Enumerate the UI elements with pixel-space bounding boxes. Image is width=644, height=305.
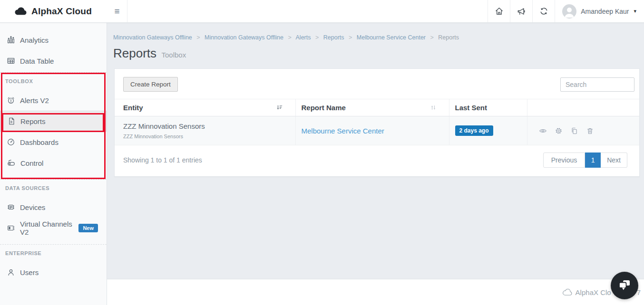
breadcrumb-current: Reports xyxy=(438,34,459,41)
sidebar-item-label: Reports xyxy=(20,117,46,125)
page-subtitle-text: Toolbox xyxy=(162,51,186,59)
column-header-entity[interactable]: Entity xyxy=(115,99,295,116)
column-header-actions xyxy=(527,99,639,116)
reports-card: Create Report Entity xyxy=(114,68,640,177)
sidebar-item-label: Dashboards xyxy=(20,138,59,146)
sidebar-item-label: Control xyxy=(20,159,43,167)
home-icon xyxy=(495,7,504,16)
copy-icon[interactable] xyxy=(570,127,578,135)
home-button[interactable] xyxy=(488,0,510,22)
sort-both-icon xyxy=(430,104,443,111)
sidebar-item-alerts-v2[interactable]: Alerts V2 xyxy=(0,90,107,111)
entity-subtitle: ZZZ Minnovation Sensors xyxy=(123,133,290,139)
row-actions-cell xyxy=(527,116,639,145)
page-title: Reports Toolbox xyxy=(113,46,640,61)
chat-icon xyxy=(617,278,632,293)
sidebar: Analytics Data Table TOOLBOX Alerts V2 R… xyxy=(0,23,107,305)
sort-desc-icon xyxy=(276,104,290,111)
sidebar-item-reports[interactable]: Reports xyxy=(0,111,107,132)
alarm-clock-icon xyxy=(7,96,15,105)
entity-cell: ZZZ Minnovation Sensors ZZZ Minnovation … xyxy=(115,116,295,145)
toggle-icon xyxy=(7,159,16,167)
section-header: TOOLBOX xyxy=(0,78,107,90)
user-icon xyxy=(7,268,15,276)
breadcrumb-separator: > xyxy=(430,34,434,41)
entries-info: Showing 1 to 1 of 1 entries xyxy=(123,156,202,164)
breadcrumb-separator: > xyxy=(349,34,352,41)
column-header-report-name[interactable]: Report Name xyxy=(295,99,449,116)
reports-table: Entity Report Name xyxy=(115,99,639,145)
breadcrumb-separator: > xyxy=(196,34,200,41)
column-header-last-sent[interactable]: Last Sent xyxy=(449,99,527,116)
sidebar-item-users[interactable]: Users xyxy=(0,262,107,283)
sidebar-item-label: Analytics xyxy=(20,36,49,44)
sidebar-item-label: Alerts V2 xyxy=(20,96,49,105)
bar-chart-icon xyxy=(7,36,15,44)
breadcrumb-link[interactable]: Melbourne Service Center xyxy=(357,34,426,41)
sidebar-item-label: Users xyxy=(20,268,39,276)
top-bar: AlphaX Cloud ≡ Amandeep Kaur ▾ xyxy=(0,0,644,23)
new-badge: New xyxy=(78,224,98,232)
create-report-button[interactable]: Create Report xyxy=(123,77,178,92)
next-page-button[interactable]: Next xyxy=(601,152,627,168)
card-footer: Showing 1 to 1 of 1 entries Previous 1 N… xyxy=(115,145,639,176)
user-name: Amandeep Kaur xyxy=(581,8,629,15)
panel-icon xyxy=(7,224,15,232)
chevron-down-icon: ▾ xyxy=(634,8,636,14)
trash-icon[interactable] xyxy=(586,127,594,135)
breadcrumb-link[interactable]: Minnovation Gateways Offline xyxy=(205,34,283,41)
announcements-button[interactable] xyxy=(510,0,532,22)
chat-launcher-button[interactable] xyxy=(611,272,638,299)
last-sent-cell: 2 days ago xyxy=(449,116,527,145)
breadcrumb-separator: > xyxy=(315,34,319,41)
sidebar-section-toolbox: TOOLBOX Alerts V2 Reports Dashboards xyxy=(0,72,107,173)
table-icon xyxy=(7,57,15,65)
gauge-icon xyxy=(7,138,15,146)
megaphone-icon xyxy=(517,7,526,16)
section-header: ENTERPRISE xyxy=(0,250,107,262)
report-name-link[interactable]: Melbourne Service Center xyxy=(302,127,384,135)
main-content: Minnovation Gateways Offline > Minnovati… xyxy=(107,23,644,279)
sidebar-item-control[interactable]: Control xyxy=(0,152,107,173)
refresh-button[interactable] xyxy=(532,0,555,22)
sidebar-item-virtual-channels-v2[interactable]: Virtual Channels V2 New xyxy=(0,218,107,238)
section-header: DATA SOURCES xyxy=(0,185,107,197)
sidebar-item-label: Virtual Channels V2 xyxy=(20,220,74,236)
avatar xyxy=(562,4,576,19)
user-menu[interactable]: Amandeep Kaur ▾ xyxy=(555,0,644,22)
brand-logo[interactable]: AlphaX Cloud xyxy=(0,0,107,22)
previous-page-button[interactable]: Previous xyxy=(543,152,585,168)
hamburger-icon[interactable]: ≡ xyxy=(107,0,127,22)
report-name-cell: Melbourne Service Center xyxy=(295,116,449,145)
sidebar-item-label: Data Table xyxy=(20,57,54,65)
gear-icon[interactable] xyxy=(555,127,563,135)
cloud-outline-icon xyxy=(562,289,573,296)
breadcrumb-separator: > xyxy=(288,34,291,41)
breadcrumb-link[interactable]: Alerts xyxy=(296,34,311,41)
page-title-text: Reports xyxy=(113,46,156,60)
file-report-icon xyxy=(7,117,16,125)
search-input[interactable] xyxy=(560,77,634,92)
sidebar-section-enterprise: ENTERPRISE Users xyxy=(0,244,107,283)
column-header-label: Last Sent xyxy=(455,104,488,112)
sidebar-item-data-table[interactable]: Data Table xyxy=(0,50,107,71)
eye-icon[interactable] xyxy=(539,127,547,135)
breadcrumb-link[interactable]: Reports xyxy=(323,34,344,41)
sidebar-item-analytics[interactable]: Analytics xyxy=(0,29,107,50)
current-page-button[interactable]: 1 xyxy=(585,152,601,168)
cloud-logo-icon xyxy=(14,7,27,16)
sidebar-item-dashboards[interactable]: Dashboards xyxy=(0,132,107,152)
sidebar-section-data-sources: DATA SOURCES Devices Virtual Channels V2… xyxy=(0,179,107,238)
sidebar-item-label: Devices xyxy=(20,203,45,211)
page-footer: AlphaX Clo 7 xyxy=(107,279,644,305)
sidebar-item-devices[interactable]: Devices xyxy=(0,197,107,218)
entity-name: ZZZ Minnovation Sensors xyxy=(123,122,290,130)
refresh-icon xyxy=(539,7,548,16)
column-header-label: Entity xyxy=(123,104,143,112)
pagination: Previous 1 Next xyxy=(543,152,627,168)
breadcrumb-link[interactable]: Minnovation Gateways Offline xyxy=(113,34,192,41)
table-row: ZZZ Minnovation Sensors ZZZ Minnovation … xyxy=(115,116,639,145)
last-sent-badge: 2 days ago xyxy=(455,125,493,136)
column-header-label: Report Name xyxy=(302,104,346,112)
breadcrumb: Minnovation Gateways Offline > Minnovati… xyxy=(113,34,640,41)
